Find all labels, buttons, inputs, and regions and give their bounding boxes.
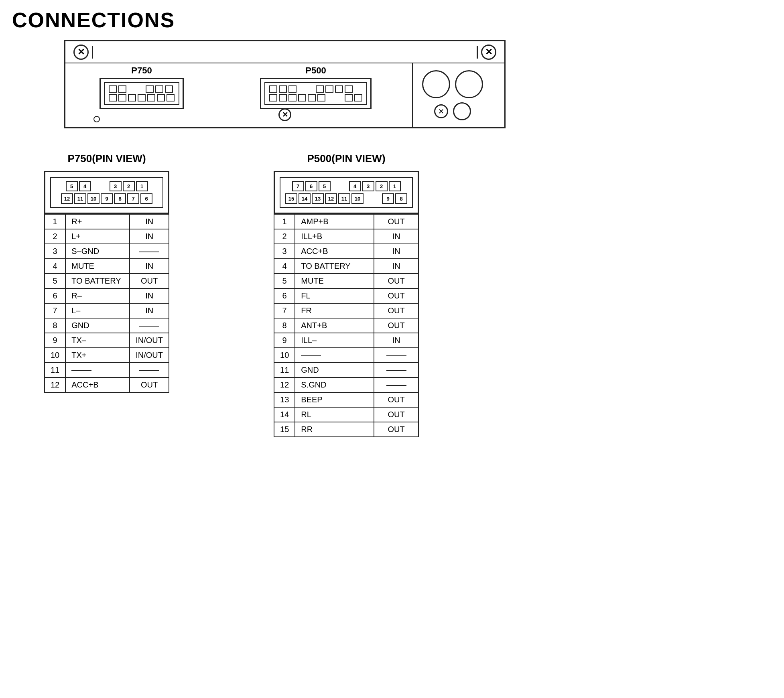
table-row: 10TX+IN/OUT <box>45 348 169 363</box>
pin-signal: FR <box>295 303 374 318</box>
pin-direction <box>374 377 418 392</box>
pin-signal: AMP+B <box>295 214 374 229</box>
pin-direction: OUT <box>374 318 418 333</box>
pv-cell: 7 <box>292 181 304 191</box>
pin-direction: OUT <box>130 377 169 392</box>
table-row: 10 <box>274 348 418 363</box>
pin-signal: BEEP <box>295 392 374 407</box>
p750-table: 1R+IN2L+IN3S–GND4MUTEIN5TO BATTERYOUT6R–… <box>44 214 169 393</box>
pin-direction: IN <box>374 333 418 348</box>
pin-signal: RR <box>295 422 374 437</box>
table-row: 11 <box>45 363 169 377</box>
pin-direction: IN/OUT <box>130 333 169 348</box>
pin-number: 12 <box>274 377 295 392</box>
pin-direction <box>130 363 169 377</box>
pv-cell: 4 <box>79 181 91 191</box>
table-row: 13BEEPOUT <box>274 392 418 407</box>
pin-slot <box>269 85 277 93</box>
table-row: 11GND <box>274 363 418 377</box>
pin-number: 6 <box>274 288 295 303</box>
pin-number: 7 <box>274 303 295 318</box>
pin-number: 4 <box>45 259 65 274</box>
x-circle-left: ✕ <box>73 45 89 60</box>
pin-signal: S–GND <box>65 244 130 259</box>
table-row: 12ACC+BOUT <box>45 377 169 392</box>
pin-slot <box>109 94 117 101</box>
circle-group: ✕ <box>422 70 483 120</box>
table-row: 2L+IN <box>45 229 169 244</box>
pin-number: 1 <box>274 214 295 229</box>
pin-number: 9 <box>274 333 295 348</box>
diagram-p750-row2 <box>109 94 175 101</box>
pin-direction: IN <box>130 229 169 244</box>
small-circle <box>453 102 471 120</box>
pin-number: 6 <box>45 288 65 303</box>
vline-left <box>92 46 93 59</box>
diagram-p750: P750 <box>97 63 186 111</box>
pin-direction: OUT <box>374 392 418 407</box>
diagram-p500-row1 <box>269 85 362 93</box>
pv-cell: 3 <box>362 181 374 191</box>
pin-direction <box>130 244 169 259</box>
pin-slot <box>316 85 324 93</box>
diagram-p750-inner <box>104 82 179 105</box>
table-row: 6R–IN <box>45 288 169 303</box>
pin-slot <box>118 94 126 101</box>
table-row: 7FROUT <box>274 303 418 318</box>
pin-signal <box>65 363 130 377</box>
pin-number: 10 <box>274 348 295 363</box>
pin-number: 12 <box>45 377 65 392</box>
pin-number: 5 <box>45 274 65 288</box>
pin-slot <box>157 94 165 101</box>
pv-cell: 12 <box>61 193 73 204</box>
speaker-circle-2 <box>455 70 483 98</box>
pin-slot <box>155 85 163 93</box>
device-diagram: ✕ ✕ P750 <box>64 40 506 128</box>
pv-cell: 2 <box>123 181 135 191</box>
circles-row <box>422 70 483 98</box>
pin-number: 11 <box>45 363 65 377</box>
pin-signal: RL <box>295 407 374 422</box>
pv-cell: 7 <box>127 193 139 204</box>
pin-number: 2 <box>45 229 65 244</box>
pin-signal: MUTE <box>65 259 130 274</box>
pin-slot <box>279 85 287 93</box>
table-row: 1R+IN <box>45 214 169 229</box>
pin-signal: ACC+B <box>65 377 130 392</box>
table-row: 5TO BATTERYOUT <box>45 274 169 288</box>
pv-cell: 8 <box>114 193 126 204</box>
x-circle-bottom: ✕ <box>434 104 448 118</box>
pin-signal: GND <box>65 318 130 333</box>
page-title: CONNECTIONS <box>12 8 772 32</box>
p500-section: P500(PIN VIEW) 7 6 5 4 3 2 1 15 14 <box>274 152 419 437</box>
pin-number: 3 <box>45 244 65 259</box>
bolt-left <box>93 116 100 122</box>
pin-slot <box>269 94 277 101</box>
pin-number: 11 <box>274 363 295 377</box>
pin-direction: OUT <box>130 274 169 288</box>
table-row: 1AMP+BOUT <box>274 214 418 229</box>
pin-signal: TO BATTERY <box>295 259 374 274</box>
p750-section: P750(PIN VIEW) 5 4 3 2 1 12 11 10 9 <box>44 152 169 437</box>
diagram-p750-label: P750 <box>100 65 184 76</box>
table-row: 7L–IN <box>45 303 169 318</box>
top-left-indicators: ✕ <box>73 45 93 60</box>
p750-pin-view-inner: 5 4 3 2 1 12 11 10 9 8 7 6 <box>50 177 163 208</box>
pin-direction: OUT <box>374 303 418 318</box>
pv-cell: 10 <box>87 193 100 204</box>
pin-slot <box>317 94 325 101</box>
pin-number: 1 <box>45 214 65 229</box>
diagram-p750-body <box>100 78 184 109</box>
table-row: 4TO BATTERYIN <box>274 259 418 274</box>
pin-slot <box>279 94 287 101</box>
pin-direction: IN <box>374 244 418 259</box>
pin-direction: OUT <box>374 422 418 437</box>
pin-signal: TO BATTERY <box>65 274 130 288</box>
pin-signal: S.GND <box>295 377 374 392</box>
pin-slot <box>288 94 297 101</box>
circles-row2: ✕ <box>434 102 471 120</box>
device-top-strip: ✕ ✕ <box>65 41 504 63</box>
table-row: 3ACC+BIN <box>274 244 418 259</box>
x-circle-right: ✕ <box>481 45 496 60</box>
pin-slot <box>138 94 146 101</box>
